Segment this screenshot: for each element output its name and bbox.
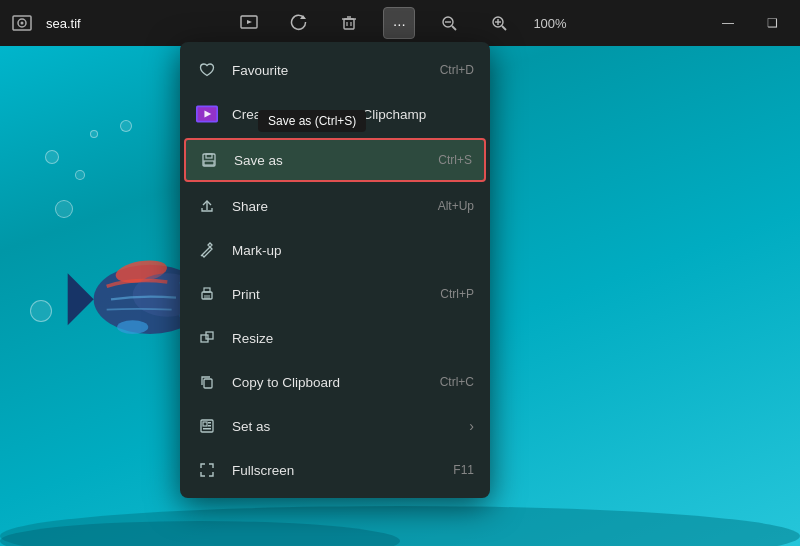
fullscreen-label: Fullscreen — [232, 463, 453, 478]
markup-icon — [196, 239, 218, 261]
svg-rect-15 — [344, 19, 354, 29]
app-icon — [10, 11, 34, 35]
set-as-icon — [196, 415, 218, 437]
svg-line-26 — [502, 26, 506, 30]
svg-rect-44 — [208, 425, 211, 427]
share-label: Share — [232, 199, 438, 214]
slideshow-button[interactable] — [233, 7, 265, 39]
menu-item-favourite[interactable]: FavouriteCtrl+D — [180, 48, 490, 92]
titlebar: sea.tif · — [0, 0, 800, 46]
svg-point-11 — [21, 22, 24, 25]
svg-rect-45 — [203, 428, 211, 430]
print-icon — [196, 283, 218, 305]
zoom-level: 100% — [533, 16, 566, 31]
svg-rect-42 — [203, 422, 207, 426]
resize-icon — [196, 327, 218, 349]
share-shortcut: Alt+Up — [438, 199, 474, 213]
fullscreen-shortcut: F11 — [453, 463, 474, 477]
save-as-label: Save as — [234, 153, 438, 168]
titlebar-left: sea.tif — [10, 11, 233, 35]
svg-rect-30 — [203, 154, 215, 166]
menu-item-create[interactable]: Create with Microsoft Clipchamp — [180, 92, 490, 136]
menu-item-resize[interactable]: Resize — [180, 316, 490, 360]
svg-rect-32 — [204, 161, 214, 165]
share-icon — [196, 195, 218, 217]
copy-shortcut: Ctrl+C — [440, 375, 474, 389]
menu-item-share[interactable]: ShareAlt+Up — [180, 184, 490, 228]
favourite-label: Favourite — [232, 63, 440, 78]
set-as-label: Set as — [232, 419, 461, 434]
delete-button[interactable] — [333, 7, 365, 39]
create-icon — [196, 103, 218, 125]
save-as-icon — [198, 149, 220, 171]
create-label: Create with Microsoft Clipchamp — [232, 107, 474, 122]
menu-item-fullscreen[interactable]: FullscreenF11 — [180, 448, 490, 492]
bubble — [30, 300, 52, 322]
svg-line-22 — [452, 26, 456, 30]
svg-marker-1 — [68, 273, 94, 325]
zoom-out-button[interactable] — [433, 7, 465, 39]
svg-rect-40 — [204, 379, 212, 388]
rotate-button[interactable] — [283, 7, 315, 39]
copy-icon — [196, 371, 218, 393]
more-button[interactable]: ··· — [383, 7, 415, 39]
svg-point-3 — [117, 320, 148, 334]
filename-label: sea.tif — [46, 16, 81, 31]
copy-label: Copy to Clipboard — [232, 375, 440, 390]
svg-marker-13 — [247, 20, 252, 24]
favourite-shortcut: Ctrl+D — [440, 63, 474, 77]
bubble — [75, 170, 85, 180]
menu-item-copy[interactable]: Copy to ClipboardCtrl+C — [180, 360, 490, 404]
fullscreen-icon — [196, 459, 218, 481]
context-menu: FavouriteCtrl+DCreate with Microsoft Cli… — [180, 42, 490, 498]
bubble — [120, 120, 132, 132]
print-shortcut: Ctrl+P — [440, 287, 474, 301]
zoom-in-button[interactable] — [483, 7, 515, 39]
save-as-shortcut: Ctrl+S — [438, 153, 472, 167]
set-as-arrow: › — [469, 418, 474, 434]
titlebar-center: ··· 100% — [233, 7, 566, 39]
markup-label: Mark-up — [232, 243, 474, 258]
print-label: Print — [232, 287, 440, 302]
menu-item-print[interactable]: PrintCtrl+P — [180, 272, 490, 316]
menu-item-save-as[interactable]: Save asCtrl+S — [184, 138, 486, 182]
minimize-button[interactable]: — — [710, 7, 746, 39]
menu-item-set-as[interactable]: Set as› — [180, 404, 490, 448]
menu-item-markup[interactable]: Mark-up — [180, 228, 490, 272]
bubble — [90, 130, 98, 138]
maximize-button[interactable]: ❑ — [754, 7, 790, 39]
resize-label: Resize — [232, 331, 474, 346]
titlebar-right: — ❑ — [567, 7, 790, 39]
bubble — [55, 200, 73, 218]
bubble — [45, 150, 59, 164]
svg-rect-43 — [208, 422, 211, 424]
favourite-icon — [196, 59, 218, 81]
